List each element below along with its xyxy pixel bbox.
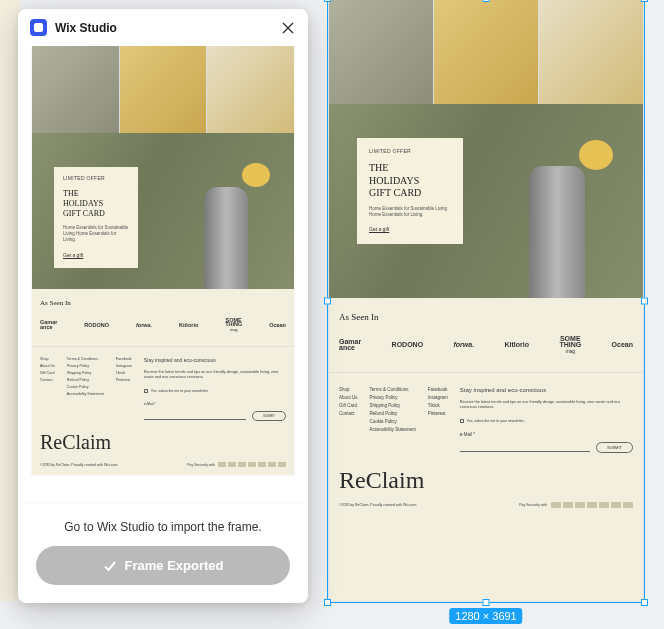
product-image: [207, 46, 294, 133]
modal-preview-area: LIMITED OFFER THE HOLIDAYS GIFT CARD Hom…: [18, 46, 308, 503]
product-image: [539, 0, 643, 104]
brand-logo: SOMETHINGmag: [559, 336, 581, 354]
footer-newsletter: Stay inspired and eco-conscious Receive …: [460, 387, 633, 454]
hero-description: Home Essentials for Sustainable Living H…: [369, 206, 451, 219]
newsletter-email-label: e-Mail *: [460, 432, 633, 437]
image-strip: [329, 0, 643, 104]
dimension-badge: 1280 × 3691: [449, 608, 522, 624]
newsletter-checkbox: Yes, subscribe me to your newsletter.: [460, 419, 633, 423]
footer-col-legal: Terms & Conditions Privacy Policy Shippi…: [370, 387, 416, 454]
as-seen-in-section: As Seen In Gamarance RODONO forwa. Kitlo…: [329, 298, 643, 372]
footer-section: Shop About Us Gift Card Contact Terms & …: [329, 372, 643, 519]
as-seen-in-title: As Seen In: [339, 312, 633, 322]
frame-exported-button[interactable]: Frame Exported: [36, 546, 290, 585]
payment-icons: [551, 502, 633, 508]
design-frame[interactable]: LIMITED OFFER THE HOLIDAYS GIFT CARD Hom…: [329, 0, 643, 601]
figma-canvas[interactable]: LIMITED OFFER THE HOLIDAYS GIFT CARD Hom…: [0, 0, 664, 629]
preview-frame: LIMITED OFFER THE HOLIDAYS GIFT CARD Hom…: [32, 46, 294, 475]
button-label: Frame Exported: [125, 558, 224, 573]
modal-footer: Go to Wix Studio to import the frame. Fr…: [18, 503, 308, 603]
close-button[interactable]: [280, 20, 296, 36]
newsletter-submit-button: SUBMIT: [596, 442, 633, 453]
hero-section: LIMITED OFFER THE HOLIDAYS GIFT CARD Hom…: [329, 104, 643, 298]
logo-row: Gamarance RODONO forwa. Kitlorio SOMETHI…: [339, 336, 633, 354]
check-icon: [103, 559, 117, 573]
close-icon: [281, 21, 295, 35]
copyright-text: ©2035 by ReClaim. Proudly created with W…: [339, 503, 416, 507]
brand-logo: Gamarance: [339, 339, 361, 352]
brand-logo: Ocean: [612, 341, 633, 348]
background-frame-edge: [0, 0, 20, 601]
newsletter-title: Stay inspired and eco-conscious: [460, 387, 633, 393]
brand-logo: Kitlorio: [504, 341, 529, 348]
modal-hint-text: Go to Wix Studio to import the frame.: [64, 520, 261, 534]
hero-card: LIMITED OFFER THE HOLIDAYS GIFT CARD Hom…: [357, 138, 463, 244]
product-image: [329, 0, 433, 104]
product-image: [32, 46, 119, 133]
hero-cta-link: Get a gift: [369, 226, 451, 232]
modal-header: Wix Studio: [18, 9, 308, 46]
brand-logo: RODONO: [392, 341, 424, 348]
newsletter-email-input: [460, 444, 590, 452]
newsletter-description: Receive the latest trends and tips on ec…: [460, 400, 633, 411]
brand-logo: forwa.: [453, 341, 474, 348]
pay-label: Pay Securely with: [519, 503, 547, 507]
product-image: [120, 46, 207, 133]
hero-image-lemon: [579, 140, 613, 170]
footer-col-social: Facebook Instagram Tiktok Pinterest: [428, 387, 448, 454]
hero-title: THE HOLIDAYS GIFT CARD: [369, 162, 451, 200]
modal-title: Wix Studio: [55, 21, 272, 35]
wix-studio-icon: [30, 19, 47, 36]
wix-studio-modal: Wix Studio LIMITED OFFER THE: [18, 9, 308, 603]
footer-col-nav: Shop About Us Gift Card Contact: [339, 387, 358, 454]
hero-image-lemon: [242, 163, 270, 187]
hero-image-bottle: [204, 187, 248, 289]
hero-image-bottle: [529, 166, 585, 298]
reclaim-logo: ReClaim: [339, 467, 633, 494]
hero-eyebrow: LIMITED OFFER: [369, 148, 451, 154]
product-image: [434, 0, 538, 104]
